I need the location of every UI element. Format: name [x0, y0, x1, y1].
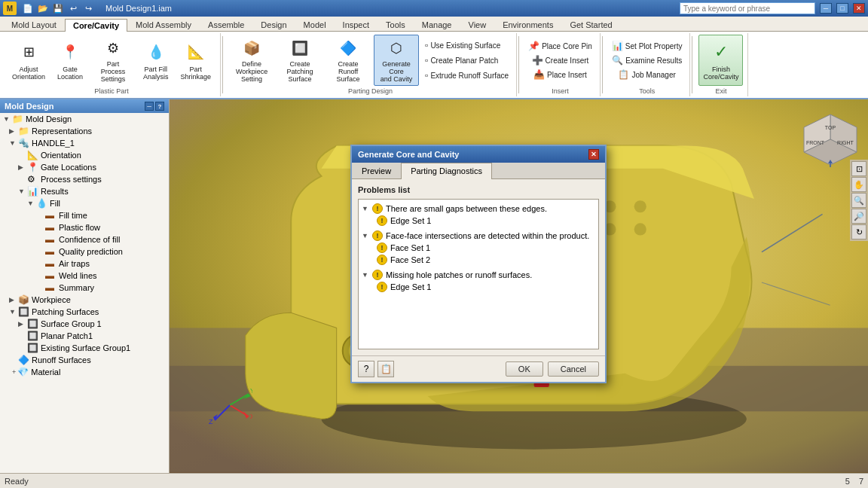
adjust-orientation-btn[interactable]: ⊞ Adjust Orientation — [8, 35, 50, 86]
qa-undo[interactable]: ↩ — [66, 2, 80, 15]
problem-header-2[interactable]: ▼ ! Face-face intersections are detected… — [362, 230, 595, 242]
part-fill-analysis-btn[interactable]: 💧 Part Fill Analysis — [139, 35, 173, 86]
modal-close-button[interactable]: ✕ — [588, 149, 599, 160]
close-button[interactable]: ✕ — [853, 3, 865, 14]
tree-item-orientation[interactable]: ▶ 📐 Orientation — [0, 149, 169, 161]
tab-get-started[interactable]: Get Started — [561, 18, 620, 31]
tree-item-surface-group1[interactable]: ▶ 🔲 Surface Group 1 — [0, 318, 169, 330]
tab-core-cavity[interactable]: Core/Cavity — [65, 19, 127, 32]
create-runoff-surface-btn[interactable]: 🔷 Create Runoff Surface — [326, 35, 371, 86]
tree-item-existing-surface-group1[interactable]: ▶ 🔲 Existing Surface Group1 — [0, 342, 169, 354]
minimize-button[interactable]: ─ — [820, 3, 832, 14]
extrude-runoff-surface-btn[interactable]: ▫ Extrude Runoff Surface — [422, 69, 512, 82]
problem-child-text-2-2: Face Set 2 — [390, 255, 430, 264]
set-plot-property-btn[interactable]: 📊 Set Plot Property — [609, 39, 686, 53]
tree-item-planar-patch1[interactable]: ▶ 🔲 Planar Patch1 — [0, 330, 169, 342]
tree-item-results[interactable]: ▼ 📊 Results — [0, 185, 169, 197]
tree-item-mold-design[interactable]: ▼ 📁 Mold Design — [0, 113, 169, 125]
create-insert-btn[interactable]: ➕ Create Insert — [529, 53, 592, 67]
tree-toggle-workpiece[interactable]: ▶ — [9, 296, 18, 303]
warning-icon-child-2-2: ! — [377, 255, 387, 265]
tab-model[interactable]: Model — [295, 18, 335, 31]
tree-item-process-settings[interactable]: ▶ ⚙ Process settings — [0, 173, 169, 185]
modal-ok-button[interactable]: OK — [506, 361, 543, 377]
use-existing-surface-btn[interactable]: ▫ Use Existing Surface — [422, 38, 512, 52]
tree-item-fill[interactable]: ▼ 💧 Fill — [0, 197, 169, 209]
tree-label-confidence-fill: Confidence of fill — [59, 235, 120, 244]
finish-core-cavity-icon: ✓ — [709, 40, 733, 64]
qa-save[interactable]: 💾 — [51, 2, 65, 15]
modal-help-btn[interactable]: ? — [358, 361, 374, 377]
tab-assemble[interactable]: Assemble — [200, 18, 252, 31]
problems-container: ▼ ! There are small gaps between these e… — [358, 199, 599, 349]
part-shrinkage-btn[interactable]: 📐 Part Shrinkage — [176, 35, 216, 86]
place-insert-btn[interactable]: 📥 Place Insert — [530, 68, 590, 81]
problem-header-1[interactable]: ▼ ! There are small gaps between these e… — [362, 203, 595, 215]
gate-location-btn[interactable]: 📍 Gate Location — [53, 35, 87, 86]
tree-item-handle1[interactable]: ▼ 🔩 HANDLE_1 — [0, 137, 169, 149]
viewport[interactable]: TOP FRONT RIGHT ⊡ ✋ 🔍 🔎 ↻ X — [170, 99, 868, 473]
tree-toggle-results[interactable]: ▼ — [18, 188, 27, 195]
qa-redo[interactable]: ↪ — [81, 2, 95, 15]
ribbon-group-exit: ✓ Finish Core/Cavity Exit — [694, 33, 748, 96]
statusbar: Ready 5 7 — [0, 473, 868, 488]
tree-item-patching-surfaces[interactable]: ▼ 🔲 Patching Surfaces — [0, 306, 169, 318]
tab-mold-layout[interactable]: Mold Layout — [3, 18, 65, 31]
part-process-settings-btn[interactable]: ⚙ Part Process Settings — [90, 35, 136, 86]
tab-tools[interactable]: Tools — [377, 18, 414, 31]
sidebar-help-btn[interactable]: ? — [155, 102, 164, 111]
examine-results-btn[interactable]: 🔍 Examine Results — [609, 53, 685, 67]
modal-tab-parting-diagnostics[interactable]: Parting Diagnostics — [401, 163, 492, 179]
modal-copy-btn[interactable]: 📋 — [377, 361, 394, 377]
tree-toggle-surface-group1[interactable]: ▶ — [18, 320, 27, 328]
use-existing-surface-icon: ▫ — [425, 40, 428, 50]
sidebar-minimize-btn[interactable]: ─ — [145, 102, 154, 111]
qa-new[interactable]: 📄 — [21, 2, 35, 15]
qa-open[interactable]: 📂 — [36, 2, 50, 15]
tree-toggle-handle1[interactable]: ▼ — [9, 139, 18, 147]
tree-toggle-patching-surfaces[interactable]: ▼ — [9, 308, 18, 316]
generate-core-cavity-btn[interactable]: ⬡ Generate Core and Cavity — [374, 35, 419, 86]
define-workpiece-btn[interactable]: 📦 Define Workpiece Setting — [229, 35, 274, 86]
tab-view[interactable]: View — [460, 18, 495, 31]
tree-item-runoff-surfaces[interactable]: ▶ 🔷 Runoff Surfaces — [0, 354, 169, 366]
tree-item-gate-locations[interactable]: ▶ 📍 Gate Locations — [0, 161, 169, 173]
tree-item-weld-lines[interactable]: ▶ ▬ Weld lines — [0, 270, 169, 282]
problem-header-3[interactable]: ▼ ! Missing hole patches or runoff surfa… — [362, 269, 595, 281]
tab-inspect[interactable]: Inspect — [335, 18, 377, 31]
tree-item-confidence-fill[interactable]: ▶ ▬ Confidence of fill — [0, 233, 169, 246]
problem-child-2-1[interactable]: ! Face Set 1 — [362, 242, 595, 254]
modal-tab-preview[interactable]: Preview — [352, 163, 401, 178]
tree-item-summary[interactable]: ▶ ▬ Summary — [0, 282, 169, 294]
job-manager-btn[interactable]: 📋 Job Manager — [615, 68, 678, 81]
problem-child-2-2[interactable]: ! Face Set 2 — [362, 254, 595, 266]
tree-item-air-traps[interactable]: ▶ ▬ Air traps — [0, 258, 169, 270]
problem-child-3-1[interactable]: ! Edge Set 1 — [362, 281, 595, 293]
create-planar-patch-btn[interactable]: ▫ Create Planar Patch — [422, 53, 512, 67]
tree-toggle-mold-design[interactable]: ▼ — [3, 115, 12, 123]
create-patching-surface-btn[interactable]: 🔲 Create Patching Surface — [277, 35, 322, 86]
tree-item-representations[interactable]: ▶ 📁 Representations — [0, 125, 169, 137]
tree-toggle-fill[interactable]: ▼ — [27, 200, 36, 207]
maximize-button[interactable]: □ — [836, 3, 848, 14]
tree-label-results: Results — [41, 187, 69, 196]
tree-item-quality-prediction[interactable]: ▶ ▬ Quality prediction — [0, 246, 169, 258]
tree-item-fill-time[interactable]: ▶ ▬ Fill time — [0, 209, 169, 221]
tab-design[interactable]: Design — [252, 18, 295, 31]
place-core-pin-btn[interactable]: 📌 Place Core Pin — [525, 39, 595, 53]
create-planar-patch-icon: ▫ — [425, 55, 428, 66]
search-input[interactable] — [680, 2, 815, 14]
tree-toggle-representations[interactable]: ▶ — [9, 127, 18, 135]
tree-label-planar-patch1: Planar Patch1 — [41, 331, 93, 340]
tab-manage[interactable]: Manage — [414, 18, 460, 31]
modal-cancel-button[interactable]: Cancel — [548, 361, 599, 377]
problem-child-1-1[interactable]: ! Edge Set 1 — [362, 215, 595, 227]
tree-item-workpiece[interactable]: ▶ 📦 Workpiece — [0, 294, 169, 306]
tree-toggle-gate-locations[interactable]: ▶ — [18, 163, 27, 171]
tree-label-existing-surface-group1: Existing Surface Group1 — [41, 343, 130, 352]
tree-item-material[interactable]: ▶ + 💎 Material — [0, 366, 169, 378]
finish-core-cavity-btn[interactable]: ✓ Finish Core/Cavity — [698, 35, 743, 86]
tree-item-plastic-flow[interactable]: ▶ ▬ Plastic flow — [0, 221, 169, 233]
tab-environments[interactable]: Environments — [494, 18, 561, 31]
tab-mold-assembly[interactable]: Mold Assembly — [127, 18, 200, 31]
